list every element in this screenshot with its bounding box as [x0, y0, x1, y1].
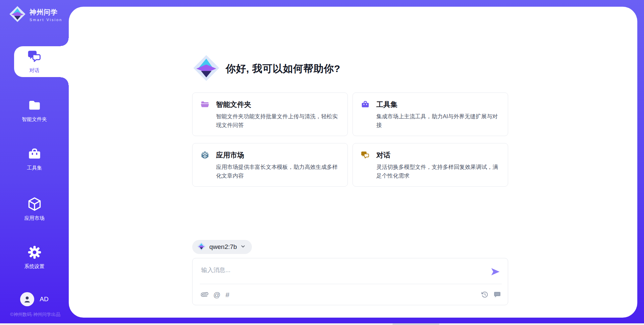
sidebar-item-label: 工具集	[27, 165, 42, 171]
sidebar-item-label: 对话	[30, 67, 40, 74]
sidebar-item-toolset[interactable]: 工具集	[0, 144, 69, 175]
card-title: 应用市场	[216, 150, 339, 160]
app-window: 神州问学 Smart Vision 对话 智能文件夹	[0, 0, 644, 325]
gear-icon	[27, 245, 42, 261]
chat-input-box: @ #	[192, 258, 508, 305]
send-icon[interactable]	[490, 267, 500, 277]
model-diamond-logo-icon	[197, 242, 206, 252]
chat-bubbles-icon	[361, 151, 370, 159]
sidebar-item-label: 应用市场	[24, 215, 45, 221]
card-smart-folder[interactable]: 智能文件夹 智能文件夹功能支持批量文件上传与清洗，轻松实现文件问答	[192, 92, 348, 136]
avatar	[20, 292, 34, 306]
person-icon	[23, 295, 32, 304]
chevron-down-icon	[240, 244, 246, 251]
scrollbar-thumb[interactable]	[392, 323, 439, 325]
message-input[interactable]	[201, 265, 483, 275]
sidebar-item-settings[interactable]: 系统设置	[0, 242, 69, 273]
brand: 神州问学 Smart Vision	[9, 5, 62, 24]
horizontal-scrollbar[interactable]	[0, 323, 644, 325]
user-account[interactable]: AD	[0, 292, 69, 306]
feature-cards: 智能文件夹 智能文件夹功能支持批量文件上传与清洗，轻松实现文件问答 工具集 集成…	[192, 92, 508, 187]
toolbox-icon	[361, 100, 370, 109]
model-name: qwen2:7b	[209, 243, 237, 251]
active-nav-fillet-top	[61, 38, 69, 46]
card-description: 应用市场提供丰富长文本模板，助力高效生成多样化文章内容	[216, 163, 339, 180]
model-selector[interactable]: qwen2:7b	[192, 240, 252, 254]
card-app-market[interactable]: 应用市场 应用市场提供丰富长文本模板，助力高效生成多样化文章内容	[192, 143, 348, 187]
toolbox-icon	[28, 147, 42, 162]
sidebar-item-smart-folder[interactable]: 智能文件夹	[0, 95, 69, 126]
brand-name: 神州问学	[30, 8, 62, 17]
card-description: 集成市场上主流工具，助力AI与外界无缝扩展与对接	[376, 112, 500, 129]
sidebar-item-chat[interactable]: 对话	[0, 46, 69, 77]
card-title: 工具集	[376, 100, 500, 109]
chat-bubbles-icon	[28, 50, 42, 65]
sidebar-item-app-market[interactable]: 应用市场	[0, 194, 69, 224]
greeting-text: 你好, 我可以如何帮助你?	[226, 62, 340, 76]
comment-icon[interactable]	[493, 291, 501, 299]
card-title: 对话	[376, 150, 500, 160]
greeting: 你好, 我可以如何帮助你?	[192, 54, 340, 83]
input-toolbar: @ #	[201, 284, 501, 305]
sidebar-item-label: 系统设置	[24, 263, 45, 270]
sidebar: 神州问学 Smart Vision 对话 智能文件夹	[0, 0, 69, 325]
cube-icon	[27, 197, 42, 213]
at-icon[interactable]: @	[213, 291, 220, 298]
main-panel: 你好, 我可以如何帮助你? 智能文件夹 智能文件夹功能支持批量文件上传与清洗，轻…	[69, 7, 637, 318]
sidebar-item-label: 智能文件夹	[22, 116, 47, 123]
card-chat[interactable]: 对话 灵活切换多模型文件，支持多样回复效果调试，满足个性化需求	[353, 143, 508, 187]
brand-subtitle: Smart Vision	[30, 18, 62, 22]
card-description: 灵活切换多模型文件，支持多样回复效果调试，满足个性化需求	[376, 163, 500, 180]
folder-icon	[28, 99, 42, 114]
copyright-footer: ©神州数码·神州问学出品	[0, 312, 70, 318]
greeting-diamond-logo-icon	[192, 54, 220, 83]
history-icon[interactable]	[481, 291, 489, 299]
active-nav-fillet-bottom	[61, 77, 69, 85]
card-toolset[interactable]: 工具集 集成市场上主流工具，助力AI与外界无缝扩展与对接	[353, 92, 508, 136]
user-name: AD	[40, 296, 48, 303]
paperclip-icon[interactable]	[201, 291, 208, 299]
card-description: 智能文件夹功能支持批量文件上传与清洗，轻松实现文件问答	[216, 112, 339, 129]
hash-icon[interactable]: #	[225, 291, 229, 298]
brand-diamond-logo-icon	[9, 5, 26, 24]
folder-open-icon	[201, 100, 209, 109]
cube-grid-icon	[201, 151, 209, 159]
card-title: 智能文件夹	[216, 100, 339, 109]
